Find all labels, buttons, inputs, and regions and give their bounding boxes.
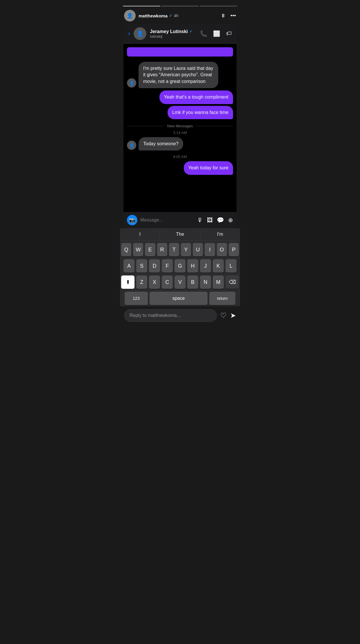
- message-bubble: Yeah today for sure: [184, 161, 233, 175]
- key-c[interactable]: C: [162, 275, 173, 289]
- contact-name: Jeramey Lutinski: [150, 29, 188, 34]
- chat-header: ‹ 👤 Jeramey Lutinski ✓ lutinskij 📞 ⬜ 🏷: [123, 24, 237, 44]
- key-m[interactable]: M: [213, 275, 224, 289]
- timestamp-morning: 3:14 AM: [127, 130, 233, 135]
- autocomplete-item[interactable]: I'm: [200, 228, 240, 240]
- key-n[interactable]: N: [200, 275, 211, 289]
- delete-key[interactable]: ⌫: [226, 275, 239, 289]
- key-o[interactable]: O: [217, 243, 227, 256]
- photo-icon[interactable]: 🖼: [207, 217, 213, 224]
- key-b[interactable]: B: [187, 275, 198, 289]
- keyboard-row-bottom: 123 space return: [121, 292, 239, 305]
- key-p[interactable]: P: [229, 243, 239, 256]
- key-t[interactable]: T: [169, 243, 179, 256]
- key-w[interactable]: W: [133, 243, 143, 256]
- keyboard-row-2: A S D F G H J K L: [121, 259, 239, 273]
- back-button[interactable]: ‹: [128, 30, 130, 37]
- message-row: Lmk if you wanna face time: [127, 106, 233, 119]
- numbers-key[interactable]: 123: [125, 292, 148, 305]
- separator-line-left: [127, 126, 164, 126]
- separator-label: New Messages: [167, 124, 193, 128]
- key-l[interactable]: L: [226, 259, 237, 273]
- separator-line-right: [196, 126, 233, 126]
- shift-key[interactable]: ⬆: [121, 275, 134, 289]
- key-f[interactable]: F: [162, 259, 173, 273]
- key-x[interactable]: X: [149, 275, 160, 289]
- key-r[interactable]: R: [157, 243, 167, 256]
- contact-avatar: 👤: [134, 27, 146, 40]
- mic-icon[interactable]: 🎙: [197, 217, 203, 224]
- autocomplete-item[interactable]: I: [120, 228, 160, 240]
- key-q[interactable]: Q: [121, 243, 131, 256]
- keyboard: Q W E R T Y U I O P A S D F G H J K L ⬆ …: [120, 241, 240, 306]
- video-icon[interactable]: ⬜: [213, 30, 220, 37]
- autocomplete-bar: I The I'm: [120, 228, 240, 241]
- key-s[interactable]: S: [136, 259, 147, 273]
- message-bubble: Yeah that's a tough compliment: [159, 90, 233, 104]
- message-avatar: 👤: [127, 141, 136, 150]
- key-d[interactable]: D: [149, 259, 160, 273]
- verified-icon: ✓: [169, 13, 172, 18]
- header-actions: 📞 ⬜ 🏷: [200, 30, 232, 37]
- return-key[interactable]: return: [209, 292, 235, 305]
- contact-verified-icon: ✓: [189, 29, 192, 34]
- add-icon[interactable]: ⊕: [228, 217, 233, 224]
- contact-info: Jeramey Lutinski ✓ lutinskij: [150, 29, 197, 39]
- key-j[interactable]: J: [200, 259, 211, 273]
- message-row: 👤 I'm pretty sure Laura said that day it…: [127, 62, 233, 88]
- key-v[interactable]: V: [174, 275, 186, 289]
- key-e[interactable]: E: [145, 243, 155, 256]
- chat-screenshot: ‹ 👤 Jeramey Lutinski ✓ lutinskij 📞 ⬜ 🏷 👤…: [123, 24, 237, 228]
- tag-icon[interactable]: 🏷: [226, 30, 232, 37]
- space-key[interactable]: space: [150, 292, 208, 305]
- like-button[interactable]: ♡: [220, 311, 227, 320]
- contact-handle: lutinskij: [150, 34, 197, 39]
- key-g[interactable]: G: [174, 259, 186, 273]
- autocomplete-item[interactable]: The: [160, 228, 200, 240]
- keyboard-row-3: ⬆ Z X C V B N M ⌫: [121, 275, 239, 289]
- purple-bar: [127, 47, 233, 57]
- timestamp-later: 8:05 AM: [127, 155, 233, 159]
- sticker-icon[interactable]: 💬: [217, 217, 224, 224]
- message-bubble: Lmk if you wanna face time: [168, 106, 233, 119]
- key-u[interactable]: U: [193, 243, 203, 256]
- chat-messages: 👤 I'm pretty sure Laura said that day it…: [123, 44, 237, 212]
- message-row: Yeah that's a tough compliment: [127, 90, 233, 104]
- progress-bar-3: [200, 6, 237, 6]
- story-header: 👤 matthewkoma ✓ 4h ⏸ •••: [120, 6, 240, 24]
- new-messages-separator: New Messages: [127, 124, 233, 128]
- pause-button[interactable]: ⏸: [221, 13, 226, 19]
- progress-bar-2: [161, 6, 199, 6]
- send-button[interactable]: ➤: [230, 311, 236, 320]
- input-actions: 🎙 🖼 💬 ⊕: [197, 217, 233, 224]
- camera-button[interactable]: 📷: [127, 215, 137, 225]
- key-h[interactable]: H: [187, 259, 198, 273]
- key-i[interactable]: I: [205, 243, 215, 256]
- message-input[interactable]: Message...: [140, 217, 194, 223]
- message-avatar: 👤: [127, 78, 136, 88]
- key-z[interactable]: Z: [136, 275, 147, 289]
- message-input-bar: 📷 Message... 🎙 🖼 💬 ⊕: [123, 212, 237, 228]
- key-a[interactable]: A: [123, 259, 134, 273]
- message-bubble: I'm pretty sure Laura said that day it g…: [139, 62, 218, 88]
- reply-input[interactable]: Reply to matthewkoma...: [124, 309, 217, 322]
- keyboard-row-1: Q W E R T Y U I O P: [121, 243, 239, 256]
- progress-bar-1: [123, 6, 160, 6]
- reply-bar: Reply to matthewkoma... ♡ ➤: [120, 306, 240, 325]
- message-row: 👤 Today someone?: [127, 137, 233, 150]
- more-button[interactable]: •••: [230, 13, 236, 19]
- story-avatar[interactable]: 👤: [124, 10, 136, 21]
- key-y[interactable]: Y: [181, 243, 191, 256]
- story-username: matthewkoma ✓ 4h: [139, 13, 179, 18]
- message-row: Yeah today for sure: [127, 161, 233, 175]
- message-bubble: Today someone?: [139, 137, 183, 150]
- phone-icon[interactable]: 📞: [200, 30, 207, 37]
- key-k[interactable]: K: [213, 259, 224, 273]
